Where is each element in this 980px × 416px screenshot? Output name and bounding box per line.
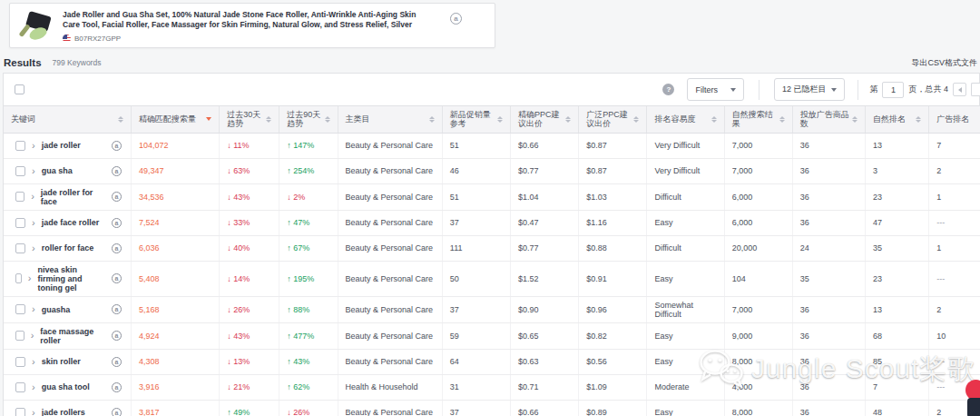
organic-rank-cell: 68 [866, 322, 929, 349]
expand-chevron-icon[interactable]: › [32, 409, 35, 416]
column-header-6[interactable]: 新品促销量参考 [442, 106, 510, 133]
category-cell: Beauty & Personal Care [338, 261, 442, 296]
select-all-checkbox[interactable] [15, 84, 24, 94]
search-volume-cell: 49,347 [131, 158, 219, 183]
amazon-badge-icon[interactable]: a [112, 192, 122, 202]
floating-widget[interactable] [967, 398, 980, 416]
row-checkbox[interactable] [15, 192, 24, 202]
column-header-4[interactable]: 过去90天趋势 [279, 106, 338, 133]
keyword-cell: ›jade rollersa [4, 400, 131, 416]
organic-rank-cell: 35 [866, 235, 929, 261]
ppc-broad-bid-cell: $0.87 [579, 158, 647, 183]
keyword-text[interactable]: jade face roller [42, 218, 100, 227]
amazon-badge-icon[interactable]: a [112, 304, 122, 314]
export-csv-link[interactable]: 导出CSV格式文件 [911, 57, 977, 69]
column-header-5[interactable]: 主类目 [338, 106, 442, 133]
prev-page-button[interactable] [953, 83, 966, 96]
expand-chevron-icon[interactable]: › [28, 274, 32, 282]
keyword-row: ›jade rollera104,072↓ 11%↑ 147%Beauty & … [4, 133, 980, 158]
column-header-13[interactable]: 广告排名 [929, 106, 980, 133]
expand-chevron-icon[interactable]: › [32, 219, 35, 227]
amazon-badge-icon[interactable]: a [112, 331, 122, 341]
column-header-3[interactable]: 过去30天趋势 [220, 106, 279, 133]
ppc-exact-bid-cell: $0.66 [511, 400, 579, 416]
help-icon[interactable]: ? [662, 84, 674, 95]
keyword-text[interactable]: skin roller [42, 357, 81, 366]
sponsored-products-cell: 35 [792, 261, 865, 296]
amazon-link-icon[interactable]: a [450, 13, 462, 25]
organic-rank-cell: 47 [866, 210, 929, 235]
row-checkbox[interactable] [15, 331, 24, 341]
column-header-9[interactable]: 排名容易度 [647, 106, 724, 133]
results-count: 799 Keywords [53, 58, 102, 67]
expand-chevron-icon[interactable]: › [31, 193, 34, 201]
keyword-text[interactable]: gua sha tool [42, 382, 90, 391]
expand-chevron-icon[interactable]: › [32, 244, 35, 253]
keyword-cell: ›face massage rollera [4, 322, 131, 349]
row-checkbox[interactable] [15, 243, 25, 253]
keyword-text[interactable]: face massage roller [40, 327, 105, 345]
trend-90d-cell: ↑ 147% [279, 133, 338, 158]
organic-rank-cell: 7 [866, 374, 929, 400]
expand-chevron-icon[interactable]: › [31, 332, 34, 340]
column-header-7[interactable]: 精确PPC建议出价 [511, 106, 579, 133]
column-header-12[interactable]: 自然排名 [866, 106, 929, 133]
row-checkbox[interactable] [15, 408, 25, 416]
column-header-8[interactable]: 广泛PPC建议出价 [579, 106, 647, 133]
organic-results-cell: 4,000 [724, 374, 792, 400]
column-label: 关键词 [11, 114, 35, 124]
keyword-text[interactable]: jade rollers [42, 408, 85, 416]
trend-90d-cell: ↑ 477% [279, 322, 338, 349]
row-checkbox[interactable] [15, 218, 25, 228]
trend-90d-cell: ↑ 88% [279, 296, 338, 322]
amazon-badge-icon[interactable]: a [112, 273, 122, 283]
column-header-11[interactable]: 投放广告商品数 [792, 106, 865, 133]
amazon-badge-icon[interactable]: a [112, 243, 122, 253]
ad-rank-cell: 10 [929, 322, 980, 349]
amazon-badge-icon[interactable]: a [112, 166, 122, 176]
amazon-badge-icon[interactable]: a [112, 218, 122, 228]
expand-chevron-icon[interactable]: › [32, 305, 35, 313]
amazon-badge-icon[interactable]: a [112, 382, 122, 392]
keyword-row: ›face massage rollera4,924↓ 43%↑ 477%Bea… [4, 322, 980, 349]
row-checkbox[interactable] [15, 166, 25, 176]
ease-to-rank-cell: Difficult [647, 235, 724, 261]
columns-button[interactable]: 12 已隐栏目 [774, 78, 846, 101]
column-header-2[interactable]: 精确匹配搜索量 [131, 106, 219, 133]
keyword-text[interactable]: gua sha [42, 166, 73, 175]
keyword-text[interactable]: jade roller [42, 141, 81, 150]
keyword-text[interactable]: guasha [42, 305, 71, 314]
page-suffix: 页，总共 4 [908, 84, 948, 95]
keyword-text[interactable]: jade roller for face [41, 188, 105, 206]
sponsored-products-cell: 36 [792, 133, 865, 158]
ease-to-rank-cell: Moderate [647, 374, 724, 400]
row-checkbox[interactable] [15, 357, 25, 367]
row-checkbox[interactable] [15, 141, 25, 151]
expand-chevron-icon[interactable]: › [32, 383, 35, 391]
next-page-button[interactable] [971, 83, 980, 96]
row-checkbox[interactable] [15, 273, 22, 283]
column-header-10[interactable]: 自然搜索结果 [724, 106, 792, 133]
page-number-input[interactable] [882, 82, 904, 98]
promo-units-cell: 31 [442, 374, 510, 400]
trend-90d-cell: ↑ 43% [279, 349, 338, 374]
column-label: 精确PPC建议出价 [518, 110, 563, 128]
row-checkbox[interactable] [15, 382, 25, 392]
amazon-badge-icon[interactable]: a [112, 141, 122, 151]
amazon-badge-icon[interactable]: a [112, 408, 122, 416]
sponsored-products-cell: 36 [792, 183, 865, 210]
organic-results-cell: 8,000 [724, 349, 792, 374]
ppc-broad-bid-cell: $1.03 [579, 183, 647, 210]
filters-button[interactable]: Filters [687, 78, 744, 101]
trend-30d-cell: ↓ 43% [220, 322, 279, 349]
keyword-text[interactable]: nivea skin firming and toning gel [37, 265, 104, 292]
expand-chevron-icon[interactable]: › [32, 142, 35, 150]
ppc-broad-bid-cell: $0.91 [579, 261, 647, 296]
expand-chevron-icon[interactable]: › [32, 358, 35, 366]
column-header-1[interactable]: 关键词 [4, 106, 131, 133]
row-checkbox[interactable] [15, 304, 25, 314]
expand-chevron-icon[interactable]: › [32, 167, 35, 175]
column-label: 自然排名 [873, 114, 906, 124]
keyword-text[interactable]: roller for face [42, 243, 94, 253]
amazon-badge-icon[interactable]: a [112, 357, 122, 367]
